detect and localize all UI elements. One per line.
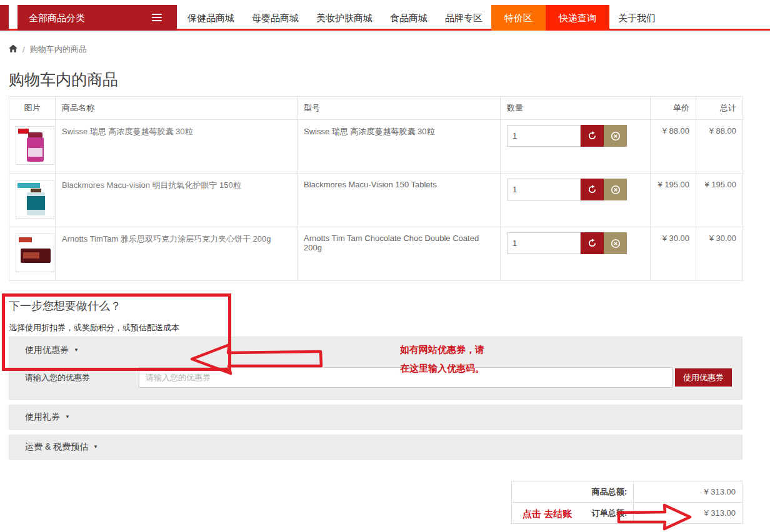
quantity-input[interactable] [507, 125, 581, 147]
remove-item-button[interactable] [604, 125, 627, 147]
shopping-cart-page: 全部商品分类 保健品商城 母婴品商城 美妆护肤商城 食品商城 品牌专区 特价区 … [0, 0, 770, 532]
product-model: Blackmores Macu-Vision 150 Tablets [298, 174, 501, 227]
product-image-timtam[interactable] [16, 234, 54, 272]
product-name-link[interactable]: Arnotts TimTam 雅乐思双巧克力涂层巧克力夹心饼干 200g [62, 234, 271, 244]
update-quantity-button[interactable] [581, 125, 604, 147]
product-image-swisse[interactable] [16, 126, 54, 165]
breadcrumb: / 购物车内的商品 [9, 44, 742, 55]
caret-down-icon: ▼ [93, 444, 98, 450]
shipping-estimate-panel-title: 运费 & 税费预估 [25, 441, 88, 451]
breadcrumb-current: 购物车内的商品 [30, 44, 87, 55]
caret-down-icon: ▼ [65, 414, 70, 420]
col-header-total: 总计 [696, 97, 743, 120]
top-navbar: 全部商品分类 保健品商城 母婴品商城 美妆护肤商城 食品商城 品牌专区 特价区 … [0, 5, 770, 31]
update-quantity-button[interactable] [581, 232, 604, 254]
nav-item-specials[interactable]: 特价区 [491, 5, 546, 31]
breadcrumb-separator: / [22, 45, 25, 54]
gift-voucher-panel: 使用礼券 ▼ [9, 405, 742, 430]
gift-voucher-panel-heading[interactable]: 使用礼券 ▼ [9, 405, 742, 429]
unit-price: ¥ 88.00 [651, 120, 696, 174]
col-header-image: 图片 [9, 97, 56, 120]
refresh-icon [588, 185, 597, 194]
subtotal-row: 商品总额: ¥ 313.00 [512, 481, 742, 503]
col-header-model: 型号 [298, 97, 501, 120]
cart-row-timtam: Arnotts TimTam 雅乐思双巧克力涂层巧克力夹心饼干 200g Arn… [9, 227, 743, 281]
subtotal-value: ¥ 313.00 [634, 481, 742, 503]
nav-item-about-us[interactable]: 关于我们 [609, 5, 664, 31]
line-total: ¥ 88.00 [696, 120, 743, 174]
remove-circle-x-icon [611, 131, 621, 141]
all-categories-label: 全部商品分类 [29, 12, 85, 23]
update-quantity-button[interactable] [581, 179, 604, 200]
annotation-coupon-note-line1: 如有网站优惠券，请 [400, 344, 484, 356]
subtotal-label: 商品总额: [512, 481, 634, 503]
col-header-unit-price: 单价 [651, 97, 696, 120]
apply-coupon-button[interactable]: 使用优惠券 [675, 368, 732, 387]
nav-item-beauty[interactable]: 美妆护肤商城 [308, 5, 381, 31]
remove-item-button[interactable] [604, 179, 627, 200]
cart-row-blackmores: Blackmores Macu-vision 明目抗氧化护眼宁 150粒 Bla… [9, 174, 743, 227]
product-model: Arnotts Tim Tam Chocolate Choc Double Co… [298, 227, 501, 281]
col-header-quantity: 数量 [501, 97, 651, 120]
quantity-group [507, 125, 627, 147]
quantity-group [507, 179, 627, 200]
product-name-link[interactable]: Swisse 瑞思 高浓度蔓越莓胶囊 30粒 [62, 127, 192, 136]
shipping-estimate-panel-heading[interactable]: 运费 & 税费预估 ▼ [9, 435, 742, 459]
refresh-icon [588, 131, 597, 140]
nav-item-brands[interactable]: 品牌专区 [436, 5, 491, 31]
annotation-coupon-note-line2: 在这里输入优惠码。 [400, 363, 484, 375]
coupon-label: 请输入您的优惠券 [25, 372, 139, 383]
shipping-estimate-panel: 运费 & 税费预估 ▼ [9, 435, 742, 460]
cart-row-swisse: Swisse 瑞思 高浓度蔓越莓胶囊 30粒 Swisse 瑞思 高浓度蔓越莓胶… [9, 120, 743, 174]
product-image-blackmores[interactable] [16, 180, 54, 219]
unit-price: ¥ 30.00 [651, 227, 696, 281]
remove-circle-x-icon [611, 185, 621, 195]
remove-item-button[interactable] [604, 232, 627, 254]
product-model: Swisse 瑞思 高浓度蔓越莓胶囊 30粒 [298, 120, 501, 174]
quantity-group [507, 232, 627, 254]
nav-left-sliver [0, 5, 9, 31]
quantity-input[interactable] [507, 232, 581, 254]
refresh-icon [588, 239, 597, 248]
cart-header-row: 图片 商品名称 型号 数量 单价 总计 [9, 97, 743, 120]
menu-icon [152, 14, 162, 23]
all-categories-button[interactable]: 全部商品分类 [18, 5, 177, 31]
main-content: / 购物车内的商品 购物车内的商品 图片 商品名称 型号 数量 单价 总计 [9, 40, 742, 532]
remove-circle-x-icon [611, 239, 621, 249]
page-title: 购物车内的商品 [9, 70, 742, 89]
unit-price: ¥ 195.00 [651, 174, 696, 227]
nav-item-health[interactable]: 保健品商城 [179, 5, 243, 31]
product-name-link[interactable]: Blackmores Macu-vision 明目抗氧化护眼宁 150粒 [62, 180, 241, 190]
annotation-checkout-note: 点击 去结账 [522, 508, 572, 520]
annotation-arrow-right-icon [616, 503, 692, 532]
line-total: ¥ 195.00 [696, 174, 743, 227]
col-header-name: 商品名称 [56, 97, 298, 120]
nav-item-mother-baby[interactable]: 母婴品商城 [243, 5, 308, 31]
gift-voucher-panel-title: 使用礼券 [25, 411, 60, 421]
line-total: ¥ 30.00 [696, 227, 743, 281]
quantity-input[interactable] [507, 179, 581, 200]
annotation-arrow-left-icon [189, 343, 324, 378]
nav-item-food[interactable]: 食品商城 [381, 5, 436, 31]
cart-table: 图片 商品名称 型号 数量 单价 总计 Swisse 瑞思 高浓度蔓越莓胶囊 3… [9, 96, 743, 281]
nav-links: 保健品商城 母婴品商城 美妆护肤商城 食品商城 品牌专区 特价区 快递查询 关于… [179, 5, 664, 31]
nav-item-express-tracking[interactable]: 快递查询 [546, 5, 609, 31]
home-icon[interactable] [9, 44, 18, 54]
